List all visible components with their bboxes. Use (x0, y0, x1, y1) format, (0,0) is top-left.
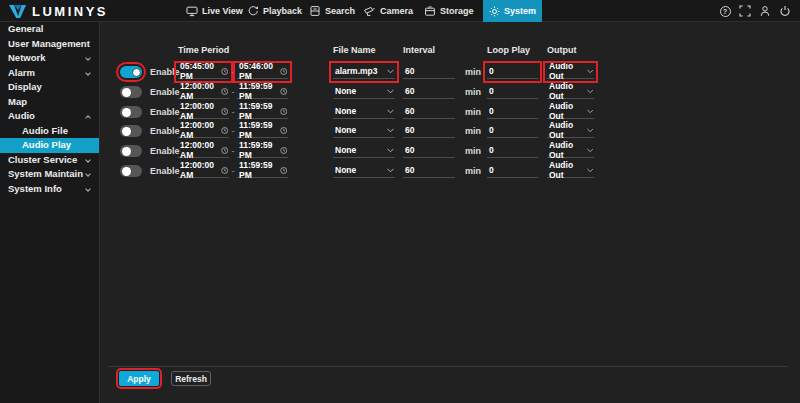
start-time-field[interactable]: 12:00:00 AM (178, 124, 229, 138)
clock-icon (280, 87, 287, 96)
interval-input[interactable]: 60 (403, 124, 455, 138)
sidebar-item-audio[interactable]: Audio (0, 109, 99, 124)
tab-search[interactable]: Search (309, 0, 355, 22)
sidebar-item-display[interactable]: Display (0, 80, 99, 95)
chevron-down-icon (587, 168, 593, 173)
enable-label: Enable (150, 67, 180, 77)
interval-input[interactable]: 60 (403, 144, 455, 158)
clock-icon (221, 166, 228, 175)
end-time-field[interactable]: 11:59:59 PM (237, 124, 288, 138)
loop-play-input[interactable]: 0 (487, 85, 538, 99)
enable-toggle[interactable] (120, 145, 142, 157)
sidebar-item-user-management[interactable]: User Management (0, 37, 99, 52)
chevron-down-icon (387, 69, 394, 74)
power-icon[interactable] (779, 5, 791, 17)
tab-playback[interactable]: Playback (247, 0, 302, 22)
file-name-select[interactable]: None (333, 124, 395, 138)
output-select[interactable]: Audio Out (547, 85, 594, 99)
user-icon[interactable] (759, 5, 771, 17)
start-time-field[interactable]: 12:00:00 AM (178, 105, 229, 119)
sidebar-item-audio-file[interactable]: Audio File (0, 124, 99, 139)
start-time-field[interactable]: 12:00:00 AM (178, 164, 229, 178)
chevron-down-icon (587, 109, 593, 114)
sidebar-item-general[interactable]: General (0, 22, 99, 37)
frame-capture-glyph (739, 5, 751, 17)
sidebar-item-map[interactable]: Map (0, 95, 99, 110)
output-select[interactable]: Audio Out (547, 164, 594, 178)
monitor-icon (186, 5, 198, 17)
start-time-field[interactable]: 12:00:00 AM (178, 85, 229, 99)
end-time-field[interactable]: 05:46:00 PM (237, 65, 288, 79)
tab-live-view[interactable]: Live View (186, 0, 243, 22)
end-time-field[interactable]: 11:59:59 PM (237, 164, 288, 178)
luminys-logo-icon (8, 4, 27, 19)
start-time-field[interactable]: 12:00:00 AM (178, 144, 229, 158)
sidebar-item-system-maintain[interactable]: System Maintain (0, 167, 99, 182)
min-unit-label: min (465, 126, 481, 136)
tab-camera[interactable]: Camera (363, 0, 413, 22)
file-name-select[interactable]: None (333, 164, 395, 178)
chevron-down-icon (587, 128, 593, 133)
interval-input[interactable]: 60 (403, 65, 455, 79)
min-unit-label: min (465, 87, 481, 97)
table-row: Enable 12:00:00 AM - 11:59:59 PM None 60… (100, 161, 800, 181)
min-unit-label: min (465, 107, 481, 117)
enable-toggle[interactable] (120, 125, 142, 137)
clock-icon (221, 107, 228, 116)
enable-toggle[interactable] (120, 165, 142, 177)
sidebar-item-network[interactable]: Network (0, 51, 99, 66)
loop-play-input[interactable]: 0 (487, 124, 538, 138)
sidebar-item-audio-play[interactable]: Audio Play (0, 138, 99, 153)
sidebar-item-alarm[interactable]: Alarm (0, 66, 99, 81)
column-header-file-name: File Name (333, 45, 376, 55)
refresh-button[interactable]: Refresh (171, 371, 211, 386)
chevron-down-icon (587, 89, 593, 94)
file-name-select[interactable]: None (333, 85, 395, 99)
enable-toggle[interactable] (120, 66, 142, 78)
min-unit-label: min (465, 146, 481, 156)
interval-input[interactable]: 60 (403, 105, 455, 119)
table-row: Enable 12:00:00 AM - 11:59:59 PM None 60… (100, 121, 800, 141)
output-select[interactable]: Audio Out (547, 105, 594, 119)
tab-label: Live View (202, 6, 243, 16)
tab-storage[interactable]: Storage (424, 0, 474, 22)
start-time-field[interactable]: 05:45:00 PM (178, 65, 229, 79)
settings-sidebar: General User Management Network Alarm Di… (0, 22, 100, 403)
loop-play-input[interactable]: 0 (487, 65, 538, 79)
file-name-select[interactable]: alarm.mp3 (333, 65, 395, 79)
loop-play-input[interactable]: 0 (487, 144, 538, 158)
end-time-field[interactable]: 11:59:59 PM (237, 85, 288, 99)
sidebar-item-system-info[interactable]: System Info (0, 182, 99, 197)
toggle-knob (122, 167, 131, 176)
output-select[interactable]: Audio Out (547, 124, 594, 138)
help-icon[interactable]: ? (719, 5, 731, 17)
gear-icon (489, 6, 500, 17)
power-glyph (779, 5, 791, 17)
output-select[interactable]: Audio Out (547, 65, 594, 79)
loop-play-input[interactable]: 0 (487, 105, 538, 119)
toggle-knob (122, 147, 131, 156)
interval-input[interactable]: 60 (403, 85, 455, 99)
tab-system-active[interactable]: System (483, 0, 542, 22)
frame-capture-icon[interactable] (739, 5, 751, 17)
sidebar-item-cluster-service[interactable]: Cluster Service (0, 153, 99, 168)
top-bar: LUMINYS Live View Playback Search Camer (0, 0, 800, 22)
output-select[interactable]: Audio Out (547, 144, 594, 158)
storage-icon (424, 5, 436, 17)
time-range-separator: - (229, 126, 237, 136)
loop-play-input[interactable]: 0 (487, 164, 538, 178)
end-time-field[interactable]: 11:59:59 PM (237, 105, 288, 119)
apply-button[interactable]: Apply (119, 371, 159, 386)
camera-icon (363, 5, 376, 17)
enable-toggle[interactable] (120, 86, 142, 98)
end-time-field[interactable]: 11:59:59 PM (237, 144, 288, 158)
file-name-select[interactable]: None (333, 144, 395, 158)
toggle-knob (132, 68, 141, 77)
enable-toggle[interactable] (120, 106, 142, 118)
chevron-down-icon (387, 168, 394, 173)
chevron-down-icon (85, 171, 91, 177)
interval-input[interactable]: 60 (403, 164, 455, 178)
column-header-interval: Interval (403, 45, 435, 55)
toggle-knob (122, 108, 131, 117)
file-name-select[interactable]: None (333, 105, 395, 119)
